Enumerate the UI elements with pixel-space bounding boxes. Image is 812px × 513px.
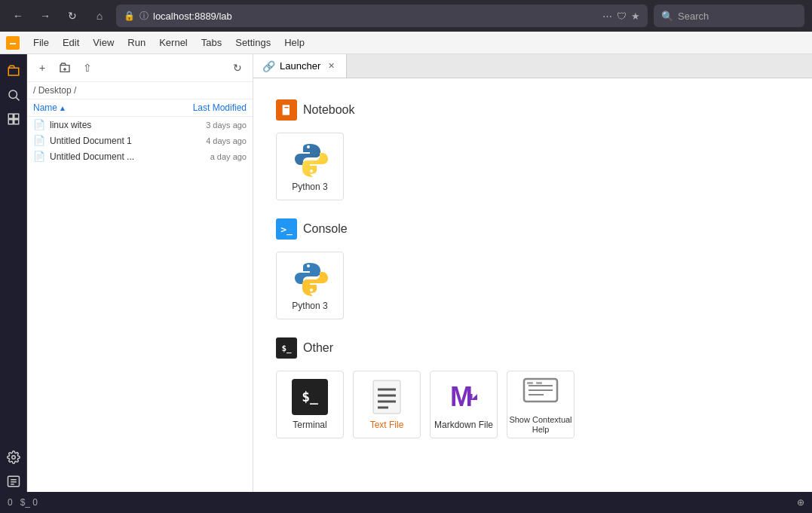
menu-settings[interactable]: Settings [229, 35, 277, 50]
sidebar-icons [0, 54, 27, 492]
home-button[interactable]: ⌂ [89, 5, 110, 26]
markdown-icon: M [446, 379, 482, 415]
status-label-2: ⊕ [797, 497, 804, 508]
menu-file[interactable]: File [27, 35, 55, 50]
jupyter-logo [6, 36, 20, 50]
tab-icon: 🔗 [262, 60, 275, 72]
col-name-header[interactable]: Name ▲ [33, 102, 164, 113]
forward-button[interactable]: → [35, 5, 56, 26]
star-icon[interactable]: ★ [631, 11, 640, 22]
menu-bar: File Edit View Run Kernel Tabs Settings … [0, 32, 812, 54]
other-section-header: $_ Other [276, 337, 789, 359]
textfile-card[interactable]: Text File [353, 371, 421, 438]
file-name: Untitled Document 1 [50, 136, 164, 146]
tab-close-button[interactable]: ✕ [325, 60, 337, 72]
ellipsis-icon: ⋯ [602, 11, 612, 22]
menu-kernel[interactable]: Kernel [153, 35, 194, 50]
right-area: 🔗 Launcher ✕ Notebook [253, 54, 812, 492]
new-folder-button[interactable] [56, 59, 74, 77]
menu-edit[interactable]: Edit [57, 35, 85, 50]
search-bar[interactable]: 🔍 Search [654, 5, 804, 27]
col-modified-header[interactable]: Last Modified [164, 102, 247, 113]
browser-chrome: ← → ↻ ⌂ 🔒 ⓘ localhost:8889/lab ⋯ 🛡 ★ 🔍 S… [0, 0, 812, 32]
file-name: linux wites [50, 120, 164, 130]
file-date: 4 days ago [164, 136, 247, 145]
status-bar: 0 $_ 0 ⊕ [0, 492, 812, 513]
terminal-icon: $_ [292, 379, 328, 415]
svg-text:M: M [450, 381, 473, 412]
terminal-card[interactable]: $_ Terminal [276, 371, 344, 438]
upload-button[interactable]: ⇧ [78, 59, 97, 77]
console-python3-label: Python 3 [292, 301, 327, 311]
address-bar[interactable]: 🔒 ⓘ localhost:8889/lab ⋯ 🛡 ★ [116, 5, 648, 27]
notebook-section-icon [276, 99, 297, 121]
new-file-button[interactable]: + [33, 59, 51, 77]
console-section-icon: >_ [276, 218, 297, 240]
sidebar-icon-commands[interactable] [3, 471, 24, 492]
sidebar-icon-search[interactable] [3, 84, 24, 105]
svg-rect-13 [283, 105, 290, 115]
file-icon: 📄 [33, 119, 45, 130]
breadcrumb[interactable]: / Desktop / [27, 82, 253, 99]
svg-point-0 [9, 90, 17, 99]
textfile-label: Text File [370, 420, 404, 430]
search-icon: 🔍 [661, 11, 673, 22]
file-icon: 📄 [33, 151, 45, 162]
back-button[interactable]: ← [8, 5, 29, 26]
status-item-0: 0 [8, 497, 13, 508]
launcher-tab[interactable]: 🔗 Launcher ✕ [253, 54, 347, 78]
status-item-2[interactable]: ⊕ [797, 497, 804, 508]
menu-tabs[interactable]: Tabs [195, 35, 228, 50]
notebook-section-header: Notebook [276, 99, 789, 121]
sidebar-icon-settings[interactable] [3, 447, 24, 468]
help-icon [522, 374, 559, 411]
markdown-card[interactable]: M Markdown File [430, 371, 498, 438]
svg-rect-4 [8, 120, 13, 124]
console-cards: Python 3 [276, 252, 789, 319]
tab-bar: 🔗 Launcher ✕ [253, 54, 812, 78]
shield-icon: 🛡 [617, 11, 627, 22]
file-row[interactable]: 📄 Untitled Document ... a day ago [27, 148, 253, 164]
status-label-0: 0 [8, 497, 13, 508]
file-table-header: Name ▲ Last Modified [27, 99, 253, 117]
svg-rect-5 [14, 120, 18, 124]
search-placeholder: Search [678, 11, 709, 22]
terminal-label: Terminal [293, 420, 326, 430]
console-python3-card[interactable]: Python 3 [276, 252, 344, 319]
sidebar-icon-extensions[interactable] [3, 108, 24, 130]
svg-point-6 [11, 456, 15, 460]
menu-view[interactable]: View [87, 35, 120, 50]
notebook-python3-card[interactable]: Python 3 [276, 133, 344, 200]
security-icon: 🔒 [124, 11, 135, 21]
file-row[interactable]: 📄 linux wites 3 days ago [27, 117, 253, 133]
help-label: Show Contextual Help [507, 415, 574, 435]
tab-label: Launcher [280, 60, 320, 72]
reload-button[interactable]: ↻ [62, 5, 83, 26]
textfile-icon [369, 379, 405, 415]
file-panel: + ⇧ ↻ / Desktop / Name ▲ Last Modified 📄… [27, 54, 253, 492]
menu-run[interactable]: Run [121, 35, 152, 50]
notebook-section-title: Notebook [303, 103, 355, 117]
refresh-button[interactable]: ↻ [228, 59, 247, 77]
console-section-title: Console [303, 222, 348, 236]
menu-help[interactable]: Help [278, 35, 311, 50]
content-area: Notebook [253, 78, 812, 492]
file-icon: 📄 [33, 135, 45, 146]
file-date: a day ago [164, 152, 247, 161]
main-layout: + ⇧ ↻ / Desktop / Name ▲ Last Modified 📄… [0, 54, 812, 492]
status-item-1: $_ 0 [20, 497, 38, 508]
markdown-label: Markdown File [434, 420, 493, 430]
svg-rect-3 [14, 114, 18, 118]
status-label-1: $_ 0 [20, 497, 38, 508]
notebook-cards: Python 3 [276, 133, 789, 200]
python-icon-console [292, 260, 328, 296]
svg-rect-2 [8, 114, 13, 118]
file-toolbar: + ⇧ ↻ [27, 54, 253, 82]
file-row[interactable]: 📄 Untitled Document 1 4 days ago [27, 133, 253, 148]
python-icon [292, 141, 328, 177]
help-card[interactable]: Show Contextual Help [507, 371, 575, 438]
sidebar-icon-folder[interactable] [3, 60, 24, 81]
svg-line-1 [16, 97, 19, 100]
file-date: 3 days ago [164, 121, 247, 130]
url-text: localhost:8889/lab [153, 11, 232, 22]
